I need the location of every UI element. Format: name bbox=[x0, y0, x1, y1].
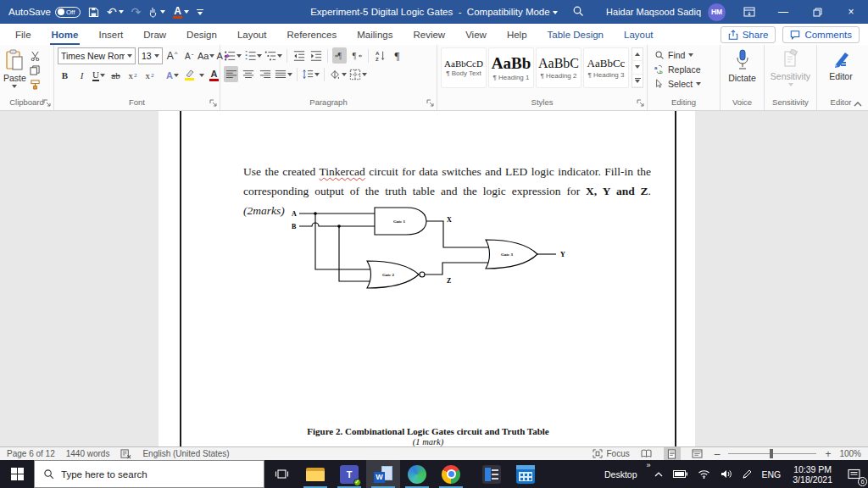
restore-button[interactable] bbox=[800, 0, 834, 24]
font-size-combo[interactable]: 13 bbox=[138, 47, 163, 64]
editor-button[interactable]: Editor bbox=[821, 47, 861, 81]
undo-button[interactable]: ↶ bbox=[107, 6, 124, 18]
autosave-switch-icon[interactable]: Off bbox=[55, 7, 81, 18]
tab-home[interactable]: Home bbox=[42, 24, 89, 45]
document-page[interactable]: Use the created Tinkercad circuit for da… bbox=[159, 111, 695, 446]
wifi-indicator[interactable] bbox=[693, 460, 715, 488]
print-layout-button[interactable] bbox=[664, 447, 681, 460]
show-formatting-button[interactable]: ¶ bbox=[390, 47, 404, 64]
copy-icon[interactable] bbox=[30, 65, 41, 75]
change-case-button[interactable]: Aa bbox=[199, 48, 214, 64]
taskbar-edge-button[interactable] bbox=[400, 460, 434, 488]
tab-table-layout[interactable]: Layout bbox=[614, 24, 664, 45]
clock[interactable]: 10:39 PM 3/18/2021 bbox=[786, 460, 839, 488]
close-button[interactable]: × bbox=[834, 0, 868, 24]
taskbar-calculator-button[interactable] bbox=[475, 460, 509, 488]
tab-insert[interactable]: Insert bbox=[88, 24, 133, 45]
line-spacing-button[interactable] bbox=[302, 66, 320, 82]
zoom-slider[interactable] bbox=[728, 453, 816, 454]
task-view-button[interactable] bbox=[264, 460, 298, 488]
tab-view[interactable]: View bbox=[455, 24, 497, 45]
replace-button[interactable]: ab Replace bbox=[654, 62, 716, 76]
italic-button[interactable]: I bbox=[75, 67, 89, 83]
tab-mailings[interactable]: Mailings bbox=[347, 24, 403, 45]
paste-button[interactable]: Paste bbox=[3, 47, 26, 96]
start-button[interactable] bbox=[0, 460, 34, 488]
share-button[interactable]: Share bbox=[721, 26, 776, 43]
zoom-out-button[interactable]: – bbox=[715, 448, 721, 460]
cut-icon[interactable] bbox=[30, 51, 41, 61]
compatibility-mode-label[interactable]: Compatibility Mode bbox=[467, 7, 550, 17]
zoom-in-button[interactable]: + bbox=[825, 448, 831, 460]
minimize-button[interactable]: — bbox=[766, 0, 800, 24]
shading-button[interactable] bbox=[329, 66, 347, 82]
styles-dialog-launcher-icon[interactable] bbox=[637, 99, 645, 108]
taskbar-chrome-button[interactable] bbox=[434, 460, 468, 488]
decrease-indent-button[interactable] bbox=[292, 47, 306, 64]
autosave-toggle[interactable]: AutoSave Off bbox=[8, 7, 81, 18]
customize-qat-button[interactable] bbox=[197, 9, 203, 15]
style-heading-1[interactable]: AaBb ¶ Heading 1 bbox=[488, 47, 534, 88]
language-indicator[interactable]: English (United States) bbox=[142, 449, 229, 458]
style-body-text[interactable]: AaBbCcD ¶ Body Text bbox=[441, 47, 487, 88]
read-mode-button[interactable] bbox=[638, 447, 655, 460]
zoom-level[interactable]: 100% bbox=[839, 449, 861, 458]
tab-references[interactable]: References bbox=[276, 24, 347, 45]
text-effects-button[interactable]: A bbox=[165, 67, 180, 83]
titlebar-search-button[interactable] bbox=[572, 5, 584, 19]
dictate-button[interactable]: Dictate bbox=[724, 47, 760, 83]
tab-design[interactable]: Design bbox=[176, 24, 227, 45]
comments-button[interactable]: Comments bbox=[782, 26, 860, 43]
right-to-left-button[interactable]: ¶ bbox=[349, 47, 364, 64]
grow-font-button[interactable]: A^ bbox=[165, 48, 180, 64]
clipboard-dialog-launcher-icon[interactable] bbox=[43, 99, 52, 108]
tab-file[interactable]: File bbox=[5, 24, 42, 45]
volume-indicator[interactable] bbox=[715, 460, 737, 488]
underline-button[interactable]: U bbox=[92, 67, 106, 83]
desktop-toolbar[interactable]: Desktop » bbox=[599, 460, 649, 488]
style-heading-2[interactable]: AaBbC ¶ Heading 2 bbox=[536, 47, 581, 88]
strikethrough-button[interactable]: ab bbox=[108, 67, 123, 83]
styles-scroll-up-button[interactable] bbox=[632, 48, 643, 61]
format-painter-icon[interactable] bbox=[30, 80, 41, 90]
taskbar-calendar-button[interactable] bbox=[509, 460, 542, 488]
tab-table-design[interactable]: Table Design bbox=[537, 24, 614, 45]
increase-indent-button[interactable] bbox=[309, 47, 323, 64]
tab-layout[interactable]: Layout bbox=[227, 24, 277, 45]
borders-button[interactable] bbox=[349, 66, 367, 82]
ribbon-font-color-button[interactable]: A bbox=[207, 67, 221, 83]
subscript-button[interactable]: x2 bbox=[125, 67, 140, 83]
bold-button[interactable]: B bbox=[58, 67, 72, 83]
action-center-button[interactable]: 6 bbox=[839, 460, 868, 488]
shrink-font-button[interactable]: Aˇ bbox=[182, 48, 197, 64]
numbering-button[interactable] bbox=[244, 47, 262, 64]
redo-button[interactable]: ↷ bbox=[131, 6, 142, 18]
taskbar-search-box[interactable] bbox=[34, 460, 264, 488]
user-name[interactable]: Haidar Maqsood Sadiq bbox=[606, 7, 701, 17]
focus-button[interactable]: Focus bbox=[593, 449, 629, 458]
styles-gallery-more-button[interactable] bbox=[632, 75, 643, 87]
taskbar-file-explorer-button[interactable] bbox=[298, 460, 332, 488]
avatar[interactable]: HM bbox=[708, 3, 726, 21]
tab-help[interactable]: Help bbox=[497, 24, 537, 45]
justify-button[interactable] bbox=[275, 66, 292, 82]
paragraph-dialog-launcher-icon[interactable] bbox=[426, 99, 435, 108]
language-input-indicator[interactable]: ENG bbox=[757, 460, 787, 488]
bullets-button[interactable] bbox=[224, 47, 242, 64]
highlight-button[interactable] bbox=[182, 67, 197, 83]
collapse-ribbon-icon[interactable] bbox=[853, 101, 863, 108]
font-name-combo[interactable]: Times New Roma bbox=[58, 47, 136, 64]
tab-draw[interactable]: Draw bbox=[133, 24, 176, 45]
ribbon-display-options-button[interactable] bbox=[732, 0, 766, 24]
battery-indicator[interactable] bbox=[668, 460, 693, 488]
styles-scroll-down-button[interactable] bbox=[632, 61, 643, 74]
select-button[interactable]: Select bbox=[654, 76, 716, 91]
align-left-button[interactable] bbox=[224, 66, 238, 82]
save-button[interactable] bbox=[88, 7, 99, 18]
show-hidden-icons-button[interactable] bbox=[649, 460, 668, 488]
pen-indicator[interactable] bbox=[737, 460, 757, 488]
style-heading-3[interactable]: AaBbCc ¶ Heading 3 bbox=[583, 47, 629, 88]
left-to-right-button[interactable]: ¶ bbox=[332, 47, 347, 64]
taskbar-word-button[interactable]: W bbox=[366, 460, 400, 488]
font-dialog-launcher-icon[interactable] bbox=[209, 99, 218, 108]
